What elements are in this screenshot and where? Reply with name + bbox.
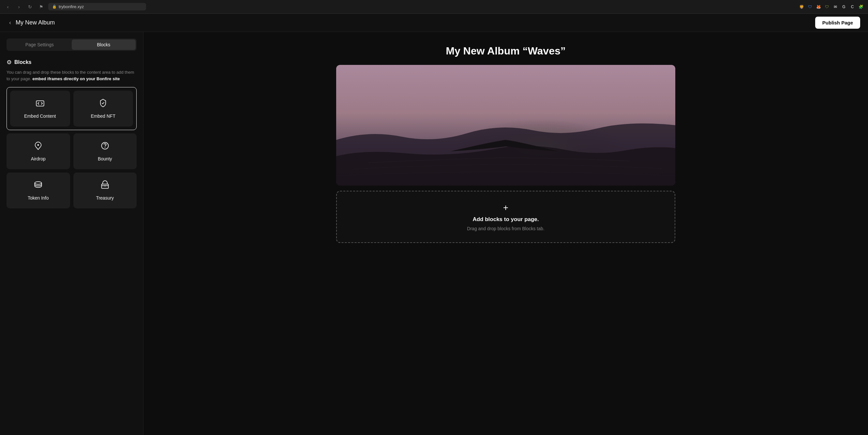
sidebar: Page Settings Blocks ⚙ Blocks You can dr… [0, 32, 144, 435]
blocks-grid-row2: Airdrop Bounty [6, 133, 136, 169]
airdrop-icon [34, 141, 43, 152]
content-area: Page Settings Blocks ⚙ Blocks You can dr… [0, 32, 868, 435]
ext-shield1[interactable]: 🛡 [807, 4, 813, 10]
desert-landscape [336, 65, 675, 186]
back-button[interactable]: ‹ [8, 18, 12, 27]
tab-page-settings[interactable]: Page Settings [7, 39, 72, 50]
token-info-icon [34, 180, 43, 191]
embed-content-icon [35, 98, 45, 110]
back-nav-btn[interactable]: ‹ [4, 3, 12, 11]
ext-mail[interactable]: ✉ [832, 4, 839, 10]
block-token-info-label: Token Info [28, 195, 49, 200]
browser-chrome: ‹ › ↻ ⚑ 🔒 trybonfire.xyz 🦁 🛡 🦊 🛡 ✉ G C 🧩 [0, 0, 868, 14]
blocks-heading: Blocks [14, 59, 31, 65]
embed-nft-icon [98, 98, 107, 110]
block-airdrop-label: Airdrop [31, 156, 45, 161]
lock-icon: 🔒 [52, 5, 57, 9]
ext-google[interactable]: G [841, 4, 847, 10]
blocks-grid-top: Embed Content Embed NFT [10, 91, 133, 126]
blocks-desc-bold: embed iframes directly on your Bonfire s… [33, 76, 120, 81]
block-airdrop[interactable]: Airdrop [6, 133, 70, 169]
block-embed-nft[interactable]: Embed NFT [73, 91, 133, 126]
browser-extensions: 🦁 🛡 🦊 🛡 ✉ G C 🧩 [798, 4, 864, 10]
block-bounty[interactable]: Bounty [73, 133, 137, 169]
bounty-icon [100, 141, 110, 152]
tab-toggle: Page Settings Blocks [6, 38, 136, 51]
blocks-description: You can drag and drop these blocks to th… [6, 69, 136, 82]
url-text: trybonfire.xyz [59, 4, 84, 9]
ext-fox[interactable]: 🦊 [815, 4, 822, 10]
block-treasury-label: Treasury [96, 195, 114, 200]
blocks-highlighted-container: Embed Content Embed NFT [6, 87, 136, 130]
block-treasury[interactable]: Treasury [73, 173, 137, 208]
drop-zone-title: Add blocks to your page. [472, 216, 539, 223]
ext-chrome[interactable]: C [849, 4, 856, 10]
blocks-header: ⚙ Blocks [6, 59, 136, 66]
publish-page-button[interactable]: Publish Page [815, 17, 860, 29]
blocks-gear-icon: ⚙ [6, 59, 12, 66]
treasury-icon [100, 180, 110, 191]
ext-shield2[interactable]: 🛡 [824, 4, 830, 10]
block-embed-nft-label: Embed NFT [91, 114, 116, 119]
svg-rect-7 [336, 65, 675, 186]
top-bar-left: ‹ My New Album [8, 18, 55, 27]
svg-point-1 [37, 144, 39, 146]
page-title: My New Album [16, 19, 55, 26]
blocks-grid-row3: Token Info Treasury [6, 173, 136, 208]
tab-blocks[interactable]: Blocks [72, 39, 136, 50]
hero-image [336, 65, 675, 186]
block-token-info[interactable]: Token Info [6, 173, 70, 208]
ext-brave[interactable]: 🦁 [798, 4, 805, 10]
svg-point-3 [35, 182, 42, 184]
preview-page-title: My New Album “Waves” [446, 45, 565, 57]
drop-zone-plus-icon: + [503, 203, 508, 213]
block-bounty-label: Bounty [98, 156, 112, 161]
preview-area: My New Album “Waves” [144, 32, 868, 435]
drop-zone-subtitle: Drag and drop blocks from Blocks tab. [467, 226, 544, 231]
refresh-btn[interactable]: ↻ [26, 3, 34, 11]
forward-nav-btn[interactable]: › [15, 3, 23, 11]
app-layout: ‹ My New Album Publish Page Page Setting… [0, 14, 868, 435]
address-bar[interactable]: 🔒 trybonfire.xyz [48, 3, 146, 10]
block-embed-content[interactable]: Embed Content [10, 91, 70, 126]
bookmark-btn[interactable]: ⚑ [37, 3, 45, 11]
block-embed-content-label: Embed Content [24, 114, 56, 119]
svg-point-2 [101, 143, 108, 149]
drop-zone[interactable]: + Add blocks to your page. Drag and drop… [336, 191, 675, 243]
top-bar: ‹ My New Album Publish Page [0, 14, 868, 32]
ext-puzzle[interactable]: 🧩 [858, 4, 864, 10]
